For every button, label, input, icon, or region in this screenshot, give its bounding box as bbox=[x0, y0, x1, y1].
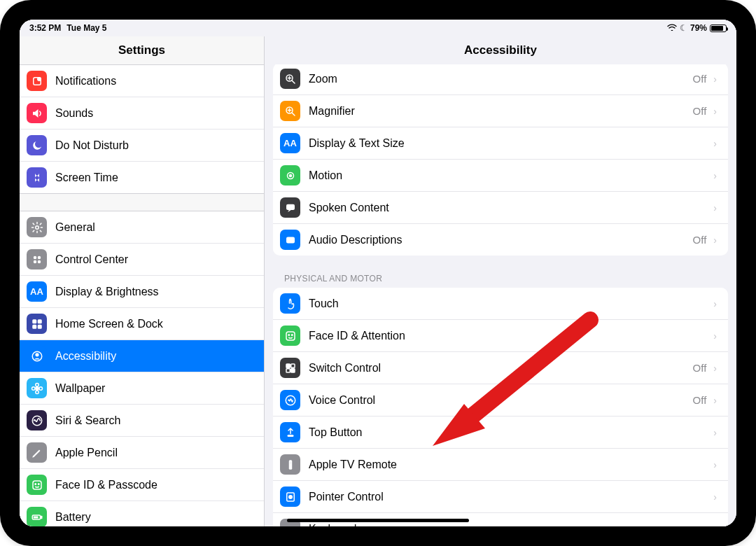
home-indicator bbox=[287, 519, 469, 522]
svg-point-6 bbox=[38, 260, 40, 262]
detail-item-top-button[interactable]: Top Button› bbox=[273, 416, 728, 448]
svg-point-37 bbox=[291, 334, 293, 335]
svg-rect-35 bbox=[286, 332, 295, 340]
pencil-icon bbox=[27, 442, 47, 463]
row-label: Audio Descriptions bbox=[309, 234, 402, 246]
svg-rect-31 bbox=[286, 204, 295, 209]
chevron-right-icon: › bbox=[713, 202, 717, 214]
svg-rect-8 bbox=[38, 320, 41, 323]
row-label: Sounds bbox=[55, 107, 93, 120]
detail-item-voice-control[interactable]: Voice ControlOff› bbox=[273, 384, 728, 416]
sidebar-item-home-screen-dock[interactable]: Home Screen & Dock bbox=[20, 307, 264, 340]
row-label: Top Button bbox=[309, 426, 363, 439]
row-label: Spoken Content bbox=[309, 202, 389, 214]
sidebar-item-accessibility[interactable]: Accessibility bbox=[20, 340, 264, 372]
detail-item-pointer-control[interactable]: Pointer Control› bbox=[273, 480, 728, 512]
row-label: Touch bbox=[309, 298, 339, 310]
detail-item-zoom[interactable]: ZoomOff› bbox=[273, 64, 728, 94]
hourglass-icon bbox=[27, 167, 47, 188]
row-label: Battery bbox=[55, 511, 91, 524]
row-label: Motion bbox=[309, 169, 342, 182]
row-label: Do Not Disturb bbox=[55, 139, 129, 152]
sidebar-item-general[interactable]: General bbox=[20, 211, 264, 243]
detail-item-apple-tv-remote[interactable]: Apple TV Remote› bbox=[273, 448, 728, 480]
row-label: Face ID & Passcode bbox=[55, 479, 158, 491]
status-time: 3:52 PM bbox=[29, 23, 61, 33]
row-label: General bbox=[55, 221, 95, 234]
detail-item-face-id-attention[interactable]: Face ID & Attention› bbox=[273, 319, 728, 351]
sidebar-item-sounds[interactable]: Sounds bbox=[20, 97, 264, 129]
remote-icon bbox=[280, 454, 300, 475]
svg-rect-40 bbox=[286, 368, 290, 372]
row-label: Accessibility bbox=[55, 350, 116, 363]
device-bezel: 3:52 PM Tue May 5 ☾ 79% Settings Notific… bbox=[0, 0, 756, 546]
chevron-right-icon: › bbox=[713, 427, 717, 438]
svg-point-45 bbox=[289, 461, 290, 463]
svg-point-13 bbox=[35, 386, 38, 390]
detail-item-magnifier[interactable]: MagnifierOff› bbox=[273, 94, 728, 127]
svg-point-5 bbox=[34, 260, 36, 262]
row-label: Apple TV Remote bbox=[309, 458, 397, 471]
notifications-icon bbox=[27, 71, 47, 91]
svg-rect-10 bbox=[38, 325, 41, 328]
row-label: Notifications bbox=[55, 75, 116, 88]
battery-icon bbox=[710, 24, 727, 32]
svg-point-3 bbox=[34, 256, 36, 258]
detail-scroll[interactable]: ZoomOff›MagnifierOff›AADisplay & Text Si… bbox=[265, 64, 736, 526]
chevron-right-icon: › bbox=[713, 524, 717, 527]
sidebar-scroll[interactable]: NotificationsSoundsDo Not DisturbScreen … bbox=[20, 64, 264, 526]
sidebar-item-face-id-passcode[interactable]: Face ID & Passcode bbox=[20, 468, 264, 500]
sidebar-item-display-brightness[interactable]: AADisplay & Brightness bbox=[20, 275, 264, 307]
screen: 3:52 PM Tue May 5 ☾ 79% Settings Notific… bbox=[20, 20, 736, 526]
status-date: Tue May 5 bbox=[66, 23, 106, 33]
svg-point-17 bbox=[39, 386, 43, 390]
row-label: Keyboards bbox=[309, 523, 363, 527]
control-icon bbox=[27, 249, 47, 270]
row-label: Display & Text Size bbox=[309, 137, 405, 150]
detail-item-switch-control[interactable]: Switch ControlOff› bbox=[273, 351, 728, 384]
sidebar-item-apple-pencil[interactable]: Apple Pencil bbox=[20, 436, 264, 468]
sidebar-item-wallpaper[interactable]: Wallpaper bbox=[20, 372, 264, 404]
magnifier-icon bbox=[280, 101, 300, 121]
detail-item-spoken-content[interactable]: Spoken Content› bbox=[273, 191, 728, 223]
chevron-right-icon: › bbox=[713, 330, 717, 342]
detail-item-touch[interactable]: Touch› bbox=[273, 288, 728, 319]
svg-point-20 bbox=[35, 483, 36, 484]
siri-icon bbox=[27, 410, 47, 430]
svg-rect-39 bbox=[290, 364, 294, 368]
speech-icon bbox=[280, 197, 300, 218]
svg-point-30 bbox=[289, 174, 291, 176]
row-label: Control Center bbox=[55, 253, 128, 266]
detail-item-audio-descriptions[interactable]: Audio DescriptionsOff› bbox=[273, 223, 728, 255]
svg-rect-19 bbox=[33, 481, 41, 489]
chevron-right-icon: › bbox=[713, 363, 717, 374]
detail-item-motion[interactable]: Motion› bbox=[273, 159, 728, 191]
sidebar-item-control-center[interactable]: Control Center bbox=[20, 243, 264, 275]
svg-point-16 bbox=[31, 386, 35, 390]
sidebar-item-siri-search[interactable]: Siri & Search bbox=[20, 404, 264, 436]
sidebar-item-battery[interactable]: Battery bbox=[20, 500, 264, 526]
sidebar: Settings NotificationsSoundsDo Not Distu… bbox=[20, 20, 265, 526]
detail-item-display-text-size[interactable]: AADisplay & Text Size› bbox=[273, 127, 728, 159]
status-bar: 3:52 PM Tue May 5 ☾ 79% bbox=[20, 20, 736, 36]
moon-icon: ☾ bbox=[680, 23, 687, 33]
physical-header: PHYSICAL AND MOTOR bbox=[265, 270, 736, 288]
row-value: Off bbox=[693, 234, 711, 246]
sidebar-item-notifications[interactable]: Notifications bbox=[20, 65, 264, 97]
sidebar-item-screen-time[interactable]: Screen Time bbox=[20, 161, 264, 193]
svg-rect-43 bbox=[287, 435, 293, 437]
detail-panel: Accessibility ZoomOff›MagnifierOff›AADis… bbox=[265, 20, 736, 526]
row-label: Wallpaper bbox=[55, 382, 105, 395]
row-label: Screen Time bbox=[55, 172, 118, 184]
svg-point-33 bbox=[289, 239, 291, 241]
row-value: Off bbox=[693, 394, 711, 406]
row-label: Apple Pencil bbox=[55, 447, 118, 459]
grid-icon bbox=[27, 314, 47, 334]
dnd-icon bbox=[27, 135, 47, 155]
svg-point-36 bbox=[288, 334, 290, 335]
sidebar-item-do-not-disturb[interactable]: Do Not Disturb bbox=[20, 129, 264, 161]
row-label: Home Screen & Dock bbox=[55, 318, 163, 330]
voice-icon bbox=[280, 390, 300, 410]
chevron-right-icon: › bbox=[713, 491, 717, 503]
svg-rect-9 bbox=[33, 325, 36, 328]
